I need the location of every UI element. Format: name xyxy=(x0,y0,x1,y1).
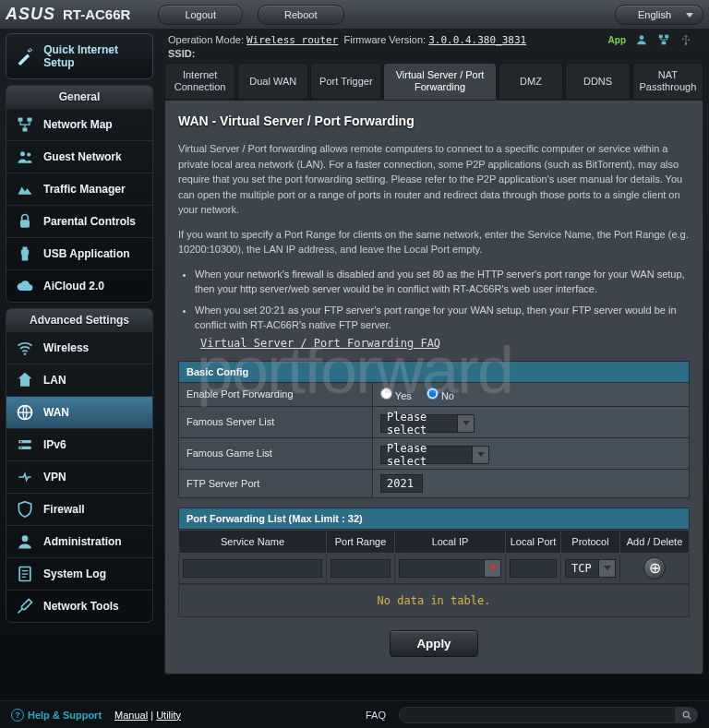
radio-yes[interactable] xyxy=(380,388,392,400)
nav-aicloud[interactable]: AiCloud 2.0 xyxy=(6,269,152,302)
tab-ddns[interactable]: DDNS xyxy=(565,63,631,100)
page-title: WAN - Virtual Server / Port Forwarding xyxy=(178,113,690,128)
wan-icon xyxy=(16,403,34,422)
nav-usb-application[interactable]: USB Application xyxy=(6,237,152,269)
radio-no[interactable] xyxy=(427,388,439,400)
advanced-header: Advanced Settings xyxy=(6,309,152,331)
ftp-port-input[interactable] xyxy=(380,474,423,493)
nav-label: Traffic Manager xyxy=(43,183,126,196)
utility-link[interactable]: Utility xyxy=(156,710,181,721)
nav-wireless[interactable]: Wireless xyxy=(6,331,152,364)
search-icon xyxy=(682,710,691,720)
input-local-ip[interactable] xyxy=(399,559,485,578)
svg-point-14 xyxy=(20,448,22,449)
quick-internet-setup[interactable]: Quick Internet Setup xyxy=(6,33,153,79)
svg-point-13 xyxy=(20,441,22,443)
nav-label: AiCloud 2.0 xyxy=(43,280,104,292)
tab-virtual-server[interactable]: Virtual Server / Port Forwarding xyxy=(383,63,496,100)
language-label: English xyxy=(638,9,671,20)
famous-server-label: Famous Server List xyxy=(179,406,373,437)
network-tools-icon xyxy=(16,597,34,615)
radio-no-wrap[interactable]: No xyxy=(427,388,454,401)
nav-label: VPN xyxy=(43,471,66,483)
tab-port-trigger[interactable]: Port Trigger xyxy=(310,63,381,100)
pf-list-table: Service Name Port Range Local IP Local P… xyxy=(178,530,690,584)
app-icon[interactable]: App xyxy=(608,35,626,45)
input-service-name[interactable] xyxy=(183,559,322,578)
tab-dual-wan[interactable]: Dual WAN xyxy=(237,63,308,100)
basic-config-table: Basic Config Enable Port Forwarding Yes … xyxy=(178,361,690,498)
nav-lan[interactable]: LAN xyxy=(6,364,152,396)
op-mode-label: Operation Mode: xyxy=(168,34,244,45)
nav-vpn[interactable]: VPN xyxy=(6,460,152,493)
svg-rect-5 xyxy=(18,118,23,122)
vpn-icon xyxy=(16,468,34,486)
advanced-panel: Advanced Settings Wireless LAN WAN IPv6 … xyxy=(6,308,153,623)
add-button[interactable]: ⊕ xyxy=(643,557,666,579)
guest-network-icon xyxy=(16,148,34,166)
nav-label: Wireless xyxy=(43,341,89,354)
user-icon[interactable] xyxy=(635,33,648,46)
manual-link[interactable]: Manual xyxy=(114,710,148,721)
radio-yes-wrap[interactable]: Yes xyxy=(380,388,412,401)
search-button[interactable] xyxy=(676,707,698,723)
ssid-row: SSID: xyxy=(159,48,709,63)
nav-label: System Log xyxy=(43,567,106,580)
chevron-down-icon xyxy=(458,414,475,433)
nav-network-tools[interactable]: Network Tools xyxy=(6,590,152,622)
nav-firewall[interactable]: Firewall xyxy=(6,493,152,525)
tab-internet-connection[interactable]: Internet Connection xyxy=(164,63,235,100)
faq-label: FAQ xyxy=(366,710,386,721)
nav-administration[interactable]: Administration xyxy=(6,525,152,557)
nav-label: Network Tools xyxy=(43,600,119,613)
enable-pf-label: Enable Port Forwarding xyxy=(179,382,373,406)
col-add-delete: Add / Delete xyxy=(620,530,690,553)
administration-icon xyxy=(16,532,34,551)
radio-yes-label: Yes xyxy=(395,390,412,401)
chevron-down-icon xyxy=(599,559,616,578)
input-local-port[interactable] xyxy=(510,559,557,578)
nav-label: USB Application xyxy=(43,247,130,260)
wand-icon xyxy=(16,46,34,66)
col-protocol: Protocol xyxy=(561,530,620,553)
radio-no-label: No xyxy=(441,390,454,401)
svg-point-0 xyxy=(640,35,644,40)
local-ip-dropdown-icon[interactable] xyxy=(485,559,501,578)
famous-game-select[interactable]: Please select xyxy=(380,446,489,464)
logout-button[interactable]: Logout xyxy=(158,5,243,25)
parental-controls-icon xyxy=(16,212,34,231)
apply-button[interactable]: Apply xyxy=(390,630,477,657)
lan-icon[interactable] xyxy=(657,33,670,46)
nav-system-log[interactable]: System Log xyxy=(6,557,152,590)
faq-search-input[interactable] xyxy=(399,707,676,723)
nav-label: IPv6 xyxy=(43,438,66,451)
fw-value[interactable]: 3.0.0.4.380_3831 xyxy=(428,34,526,46)
famous-server-select[interactable]: Please select xyxy=(380,414,475,433)
op-mode-value[interactable]: Wireless router xyxy=(246,34,338,46)
svg-rect-2 xyxy=(665,35,668,39)
help-support-link[interactable]: ?Help & Support xyxy=(11,709,102,722)
protocol-select[interactable]: TCP xyxy=(565,559,616,578)
footer: ?Help & Support Manual | Utility FAQ xyxy=(0,700,709,728)
usb-icon[interactable] xyxy=(679,33,692,46)
tab-nat-passthrough[interactable]: NAT Passthrough xyxy=(632,63,703,100)
svg-point-15 xyxy=(22,535,29,542)
faq-link[interactable]: Virtual Server / Port Forwarding FAQ xyxy=(200,335,440,352)
nav-ipv6[interactable]: IPv6 xyxy=(6,428,152,460)
nav-traffic-manager[interactable]: Traffic Manager xyxy=(6,173,152,205)
nav-wan[interactable]: WAN xyxy=(6,396,152,428)
nav-label: LAN xyxy=(43,374,66,387)
language-select[interactable]: English xyxy=(615,5,703,25)
model-name: RT-AC66R xyxy=(63,6,130,22)
nav-network-map[interactable]: Network Map xyxy=(6,108,152,140)
col-port-range: Port Range xyxy=(327,530,395,553)
tab-dmz[interactable]: DMZ xyxy=(499,63,564,100)
nav-label: WAN xyxy=(43,406,69,419)
no-data-message: No data in table. xyxy=(178,584,690,617)
nav-guest-network[interactable]: Guest Network xyxy=(6,140,152,173)
reboot-button[interactable]: Reboot xyxy=(258,5,343,25)
input-port-range[interactable] xyxy=(330,559,391,578)
nav-label: Network Map xyxy=(43,118,113,131)
nav-parental-controls[interactable]: Parental Controls xyxy=(6,205,152,237)
general-header: General xyxy=(6,86,152,108)
